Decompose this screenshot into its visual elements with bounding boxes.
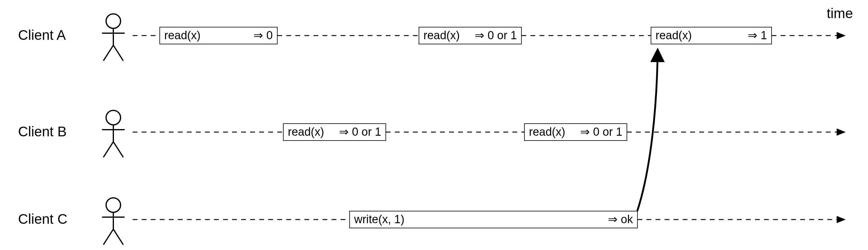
svg-line-5 — [104, 45, 113, 60]
op-call: write(x, 1) — [354, 213, 404, 226]
op-result: ⇒ 0 or 1 — [475, 29, 517, 41]
op-call: read(x) — [164, 29, 200, 41]
op-a-read-2: read(x) ⇒ 0 or 1 — [419, 27, 521, 44]
causal-arrow — [638, 51, 658, 211]
op-result: ⇒ 0 or 1 — [580, 126, 622, 138]
op-result: ⇒ 0 or 1 — [339, 126, 381, 138]
svg-line-20 — [104, 229, 113, 244]
actor-client-b — [102, 110, 124, 157]
op-call: read(x) — [424, 29, 460, 41]
client-b-label: Client B — [18, 123, 67, 139]
op-a-read-3: read(x) ⇒ 1 — [651, 27, 772, 44]
actor-client-a — [102, 14, 124, 60]
svg-point-10 — [106, 110, 121, 125]
actor-client-c — [102, 198, 124, 244]
op-a-read-1: read(x) ⇒ 0 — [160, 27, 277, 44]
linearizability-diagram: time Client A read(x) ⇒ 0 read(x) ⇒ 0 or… — [0, 0, 868, 250]
svg-point-2 — [106, 14, 121, 28]
svg-line-14 — [113, 142, 123, 157]
svg-point-17 — [106, 198, 121, 212]
op-call: read(x) — [655, 29, 692, 41]
op-b-read-1: read(x) ⇒ 0 or 1 — [283, 123, 386, 141]
client-a-label: Client A — [18, 27, 66, 43]
client-c-label: Client C — [18, 211, 67, 227]
op-call: read(x) — [529, 126, 565, 138]
op-result: ⇒ 0 — [253, 29, 273, 41]
op-result: ⇒ ok — [608, 213, 633, 226]
op-c-write: write(x, 1) ⇒ ok — [350, 211, 638, 228]
svg-line-13 — [104, 142, 113, 157]
time-axis-label: time — [827, 5, 853, 21]
op-result: ⇒ 1 — [748, 29, 767, 41]
op-call: read(x) — [288, 126, 324, 138]
svg-line-6 — [113, 45, 123, 60]
svg-line-21 — [113, 229, 123, 244]
op-b-read-2: read(x) ⇒ 0 or 1 — [524, 123, 627, 141]
